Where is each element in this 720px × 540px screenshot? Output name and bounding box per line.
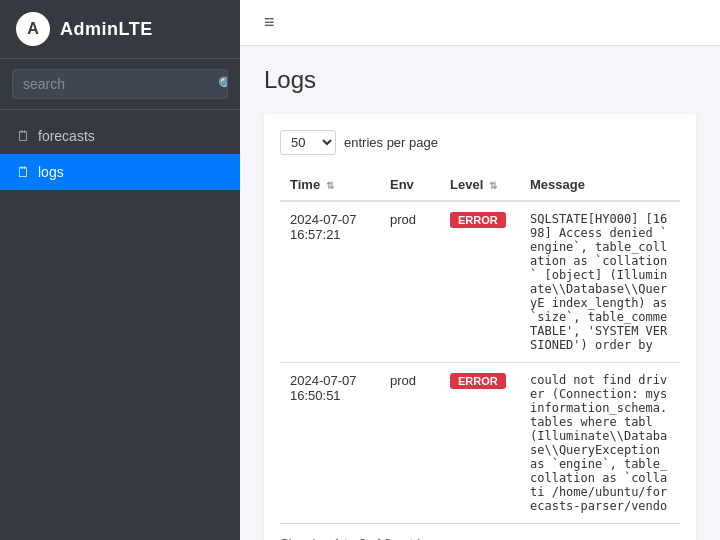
sidebar-item-label: logs — [38, 164, 64, 180]
sidebar-toggle-button[interactable]: ≡ — [256, 8, 283, 37]
page-title: Logs — [264, 66, 696, 94]
col-env: Env — [380, 169, 440, 201]
search-input[interactable] — [13, 70, 208, 98]
cell-level: ERROR — [440, 363, 520, 524]
sidebar-item-logs[interactable]: 🗒 logs — [0, 154, 240, 190]
main-content: ≡ Logs 10 25 50 100 entries per page Tim… — [240, 0, 720, 540]
error-badge: ERROR — [450, 373, 506, 389]
file-icon: 🗒 — [16, 128, 30, 144]
search-form: 🔍 — [12, 69, 228, 99]
sidebar-item-forecasts[interactable]: 🗒 forecasts — [0, 118, 240, 154]
search-button[interactable]: 🔍 — [208, 70, 228, 98]
cell-time: 2024-07-07 16:50:51 — [280, 363, 380, 524]
table-row: 2024-07-07 16:50:51 prod ERROR could not… — [280, 363, 680, 524]
sidebar-logo: A — [16, 12, 50, 46]
cell-message: SQLSTATE[HY000] [1698] Access denied `en… — [520, 201, 680, 363]
cell-message: could not find driver (Connection: mys i… — [520, 363, 680, 524]
table-row: 2024-07-07 16:57:21 prod ERROR SQLSTATE[… — [280, 201, 680, 363]
cell-level: ERROR — [440, 201, 520, 363]
logs-tbody: 2024-07-07 16:57:21 prod ERROR SQLSTATE[… — [280, 201, 680, 524]
cell-time: 2024-07-07 16:57:21 — [280, 201, 380, 363]
cell-env: prod — [380, 363, 440, 524]
sidebar-header: A AdminLTE — [0, 0, 240, 59]
table-header-row: Time ⇅ Env Level ⇅ Message — [280, 169, 680, 201]
col-message: Message — [520, 169, 680, 201]
col-level: Level ⇅ — [440, 169, 520, 201]
cell-env: prod — [380, 201, 440, 363]
logs-table: Time ⇅ Env Level ⇅ Message 2024-07-07 16… — [280, 169, 680, 524]
col-time: Time ⇅ — [280, 169, 380, 201]
sort-icon: ⇅ — [326, 180, 334, 191]
per-page-row: 10 25 50 100 entries per page — [280, 130, 680, 155]
sidebar-nav: 🗒 forecasts 🗒 logs — [0, 110, 240, 198]
sidebar-item-label: forecasts — [38, 128, 95, 144]
sidebar: A AdminLTE 🔍 🗒 forecasts 🗒 logs — [0, 0, 240, 540]
content-area: Logs 10 25 50 100 entries per page Time … — [240, 46, 720, 540]
topbar: ≡ — [240, 0, 720, 46]
showing-text: Showing 1 to 2 of 2 entries — [280, 536, 680, 540]
sort-icon: ⇅ — [489, 180, 497, 191]
sidebar-search: 🔍 — [0, 59, 240, 110]
file-icon: 🗒 — [16, 164, 30, 180]
error-badge: ERROR — [450, 212, 506, 228]
per-page-select[interactable]: 10 25 50 100 — [280, 130, 336, 155]
logs-card: 10 25 50 100 entries per page Time ⇅ Env… — [264, 114, 696, 540]
per-page-label: entries per page — [344, 135, 438, 150]
sidebar-brand: AdminLTE — [60, 19, 153, 40]
